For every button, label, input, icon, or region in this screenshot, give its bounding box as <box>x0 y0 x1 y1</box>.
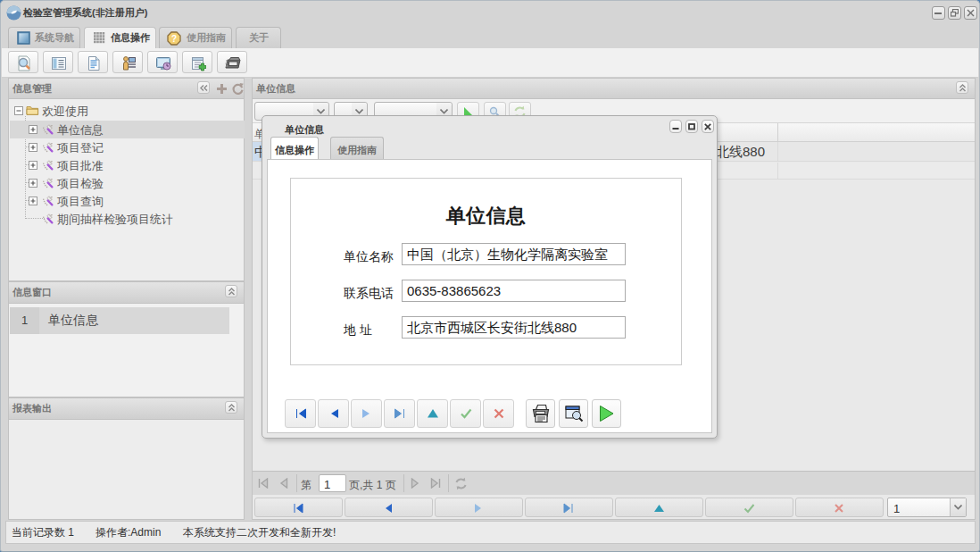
svg-text:?: ? <box>171 34 177 44</box>
